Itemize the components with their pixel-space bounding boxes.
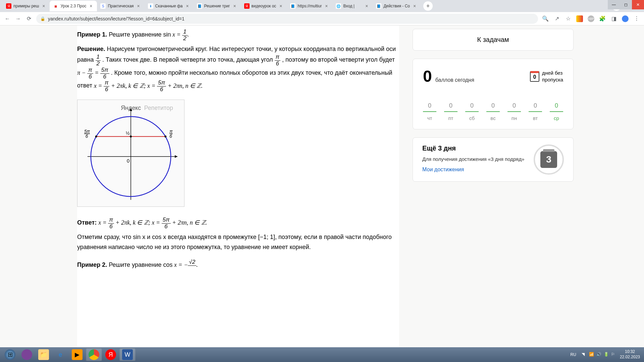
taskbar-app-word[interactable]: W [119, 348, 136, 361]
date: 22.02.2023 [620, 355, 640, 360]
tab-5[interactable]: Явидеоурок ос× [241, 1, 287, 11]
favicon-1: ◼ [53, 3, 58, 9]
close-icon[interactable]: × [324, 3, 329, 9]
close-icon[interactable]: × [412, 3, 417, 9]
example-2-text: Решите уравнение [109, 261, 163, 268]
close-icon[interactable]: × [185, 3, 190, 9]
tray-icon[interactable]: ◥ [582, 352, 587, 357]
forward-icon[interactable]: → [15, 15, 21, 22]
streak-line-1: дней без [542, 70, 563, 76]
solution-paragraph: Решение. Нарисуем тригонометрический кру… [77, 44, 399, 93]
back-icon[interactable]: ← [4, 15, 11, 22]
tab-3[interactable]: ⬇Скачанные фа× [145, 1, 194, 11]
tab-title-0: примеры реш [13, 4, 39, 8]
sidebar: К задачам 0 баллов сегодня 0 дней без пр… [413, 25, 574, 347]
taskbar-right: RU ◥ 📶 🔊 🔋 ⚐ 10:32 22.02.2023 [569, 349, 642, 360]
answer-paragraph: Ответ: x = π6 + 2πk, k ∈ ℤ; x = 5π6 + 2π… [77, 217, 399, 230]
new-tab-button[interactable]: + [423, 1, 433, 11]
streak-box: 0 дней без пропуска [530, 70, 563, 83]
tab-title-1: Урок 2.3 Прос [60, 4, 86, 8]
lock-icon: 🔒 [40, 16, 45, 21]
system-tray[interactable]: ◥ 📶 🔊 🔋 ⚐ [582, 352, 616, 357]
tray-icon[interactable]: 🔊 [596, 352, 602, 357]
badge-calendar-icon: 3 [540, 151, 557, 168]
trig-circle-diagram: Яндекс Репетитор ½ 0 π6 5π6 [77, 100, 184, 207]
tab-1[interactable]: ◼Урок 2.3 Прос× [50, 1, 97, 11]
svg-text:0: 0 [127, 158, 129, 164]
streak-line-2: пропуска [542, 76, 563, 83]
close-icon[interactable]: × [232, 3, 237, 9]
tray-icon[interactable]: 🔋 [604, 352, 609, 357]
taskbar-app-browser[interactable] [19, 348, 35, 361]
achievement-card: Ещё 3 дня Для получения достижения «3 дн… [413, 137, 574, 182]
tab-4[interactable]: 📘Решение триг× [194, 1, 241, 11]
stats-row: 0 баллов сегодня 0 дней без пропуска [423, 67, 563, 85]
svg-text:½: ½ [126, 130, 130, 136]
stats-card: 0 баллов сегодня 0 дней без пропуска 0чт… [413, 59, 574, 129]
side-panel-icon[interactable]: ◨ [610, 15, 617, 22]
day-cell-6: 0ср [550, 102, 563, 121]
taskbar-app-chrome[interactable] [86, 348, 102, 361]
language-indicator[interactable]: RU [569, 352, 578, 358]
achievement-desc: Для получения достижения «3 дня подряд» [422, 156, 524, 163]
achievements-link[interactable]: Мои достижения [422, 167, 524, 173]
favicon-8: 📘 [376, 3, 381, 9]
address-bar: ← → ⟳ 🔒 yandex.ru/tutor/subject/lesson/l… [0, 12, 644, 25]
close-icon[interactable]: × [88, 3, 94, 9]
answer-math: x = π6 + 2πk, k ∈ ℤ; x = 5π6 + 2πn, n ∈ … [98, 219, 207, 226]
close-window-button[interactable]: ✕ [632, 0, 644, 9]
tab-title-8: Действия - Со [383, 4, 410, 8]
maximize-button[interactable]: ◻ [620, 0, 632, 9]
extensions-icon[interactable]: 🧩 [599, 15, 606, 22]
taskbar-app-explorer[interactable]: 📁 [36, 348, 52, 361]
extension-icon-1[interactable] [576, 15, 583, 22]
profile-avatar[interactable] [622, 15, 629, 22]
tab-6[interactable]: 📘https://multiur× [287, 1, 332, 11]
clock[interactable]: 10:32 22.02.2023 [620, 349, 642, 360]
svg-marker-3 [175, 155, 177, 158]
minimize-button[interactable]: — [608, 0, 620, 9]
svg-point-10 [130, 135, 132, 137]
tab-title-3: Скачанные фа [155, 4, 183, 8]
toolbar-icons: 🔍 ↗ ☆ ABP 🧩 ◨ ⋮ [542, 15, 640, 22]
tab-2[interactable]: SПрактическая× [97, 1, 144, 11]
reload-icon[interactable]: ⟳ [25, 15, 32, 22]
browser-chrome: Япримеры реш× ◼Урок 2.3 Прос× SПрактичес… [0, 0, 644, 25]
favicon-4: 📘 [197, 3, 202, 9]
tab-8[interactable]: 📘Действия - Со× [373, 1, 421, 11]
start-button[interactable]: ⊞ [2, 348, 18, 361]
menu-icon[interactable]: ⋮ [633, 15, 640, 22]
tab-title-5: видеоурок ос [252, 4, 276, 8]
lesson-content: Пример 1. Решите уравнение sin x = 12. Р… [77, 25, 399, 347]
taskbar-app-yandex[interactable]: Я [103, 348, 119, 361]
favicon-5: Я [244, 3, 250, 9]
close-icon[interactable]: × [278, 3, 283, 9]
tab-0[interactable]: Япримеры реш× [3, 1, 50, 11]
solution-label: Решение. [77, 46, 105, 52]
close-icon[interactable]: × [136, 3, 141, 9]
day-cell-5: 0вт [529, 102, 542, 121]
taskbar: ⊞ 📁 e ▶ Я W RU ◥ 📶 🔊 🔋 ⚐ 10:32 22.02.202… [0, 347, 644, 362]
day-cell-3: 0вс [486, 102, 500, 121]
search-icon[interactable]: 🔍 [542, 15, 549, 22]
taskbar-app-ie[interactable]: e [52, 348, 68, 361]
star-icon[interactable]: ☆ [565, 15, 572, 22]
tab-7[interactable]: 🌐Вход |× [332, 1, 373, 11]
tab-title-7: Вход | [343, 4, 362, 8]
svg-text:5π6: 5π6 [84, 129, 90, 139]
taskbar-app-media[interactable]: ▶ [69, 348, 85, 361]
close-icon[interactable]: × [364, 3, 369, 9]
svg-point-9 [164, 135, 166, 137]
math-eq-2: cos x = −√2 . [163, 261, 198, 268]
favicon-6: 📘 [290, 3, 296, 9]
url-input[interactable]: 🔒 yandex.ru/tutor/subject/lesson/lecture… [36, 14, 538, 24]
tray-icon[interactable]: 📶 [589, 352, 594, 357]
close-icon[interactable]: × [41, 3, 46, 9]
score-label: баллов сегодня [435, 77, 474, 83]
extension-icon-2[interactable]: ABP [588, 15, 594, 22]
share-icon[interactable]: ↗ [553, 15, 560, 22]
svg-text:π6: π6 [169, 129, 173, 139]
to-tasks-button[interactable]: К задачам [413, 29, 574, 51]
favicon-2: S [100, 3, 106, 9]
tray-icon[interactable]: ⚐ [611, 352, 616, 357]
